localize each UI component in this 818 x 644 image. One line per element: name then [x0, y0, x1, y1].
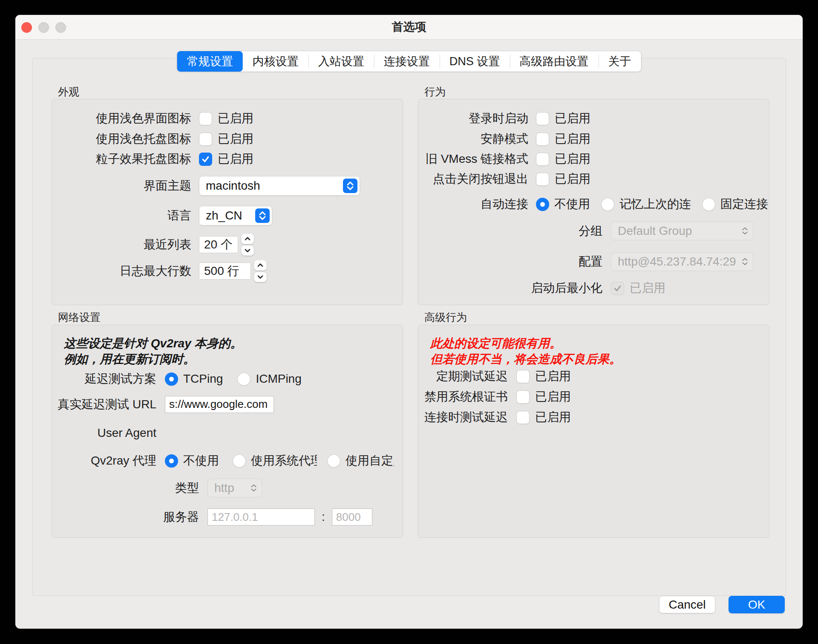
proxy-option-system[interactable]: 使用系统代理 [233, 453, 317, 468]
auto-connect-row: 自动连接 不使用 记忆上次的连 固定连接 [418, 196, 769, 212]
test-latency-on-connect-checkbox[interactable] [516, 411, 530, 424]
radio-icon[interactable] [233, 454, 246, 468]
stepper-down-icon[interactable] [254, 272, 267, 283]
log-max-lines-stepper[interactable] [254, 260, 267, 282]
cancel-button[interactable]: Cancel [659, 596, 715, 613]
tab-connection-settings[interactable]: 连接设置 [374, 51, 440, 72]
proxy-server-label: 服务器 [52, 509, 199, 525]
quiet-mode-checkbox[interactable] [536, 133, 549, 146]
proxy-port-input[interactable] [332, 508, 372, 526]
log-max-lines-label: 日志最大行数 [52, 263, 191, 279]
light-tray-icons-checkbox[interactable] [199, 133, 212, 146]
chevron-up-down-icon [742, 228, 748, 235]
qv2ray-proxy-row: Qv2ray 代理 不使用 使用系统代理 使用自定义代理 [52, 453, 394, 468]
chevron-up-down-icon [742, 258, 748, 266]
language-label: 语言 [52, 208, 191, 224]
enabled-label: 已启用 [535, 409, 571, 425]
group-select-dropdown: Default Group [611, 222, 753, 240]
ui-theme-dropdown[interactable]: macintosh [199, 176, 360, 196]
tab-kernel-settings[interactable]: 内核设置 [243, 51, 308, 72]
radio-icon[interactable] [165, 454, 178, 468]
appearance-group-label: 外观 [58, 85, 79, 99]
minimize-after-start-checkbox [611, 282, 624, 295]
chevron-up-down-icon [251, 485, 256, 492]
network-group-label: 网络设置 [58, 310, 101, 324]
advanced-group-label: 高级行为 [424, 310, 467, 324]
radio-icon[interactable] [536, 198, 549, 211]
tab-about[interactable]: 关于 [598, 51, 641, 72]
config-select-row: 配置 http@45.237.84.74:29 [418, 252, 769, 271]
light-ui-icons-checkbox[interactable] [199, 112, 212, 125]
real-latency-url-row: 真实延迟测试 URL s://www.google.com [52, 396, 403, 413]
particle-tray-icon-row: 粒子效果托盘图标 已启用 [52, 151, 403, 167]
start-at-login-checkbox[interactable] [536, 112, 549, 125]
auto-connect-label: 自动连接 [418, 196, 528, 212]
preferences-window: 首选项 常规设置 内核设置 入站设置 连接设置 DNS 设置 高级路由设置 关于… [15, 15, 803, 629]
minimize-after-start-row: 启动后最小化 已启用 [418, 280, 769, 296]
auto-connect-option-last-connected[interactable]: 记忆上次的连 [601, 196, 691, 212]
radio-icon[interactable] [165, 373, 178, 386]
disable-system-root-certs-checkbox[interactable] [516, 390, 530, 404]
language-row: 语言 zh_CN [52, 206, 403, 225]
log-max-lines-row: 日志最大行数 500 行 [52, 260, 403, 282]
group-select-value: Default Group [618, 224, 692, 238]
radio-icon[interactable] [601, 198, 614, 211]
auto-connect-option-none[interactable]: 不使用 [536, 196, 590, 212]
behavior-group: 登录时启动 已启用 安静模式 已启用 旧 VMess 链接格式 已启用 [418, 99, 769, 305]
particle-tray-icon-checkbox[interactable] [199, 153, 212, 166]
latency-option-icmping[interactable]: ICMPing [237, 372, 301, 386]
enabled-label: 已启用 [555, 131, 590, 147]
stepper-down-icon[interactable] [241, 245, 254, 256]
latency-option-tcping[interactable]: TCPing [165, 372, 223, 386]
close-window-icon[interactable] [21, 22, 32, 33]
old-vmess-format-checkbox[interactable] [536, 153, 549, 166]
enabled-label: 已启用 [555, 171, 590, 187]
latency-test-method-label: 延迟测试方案 [52, 371, 156, 387]
periodic-latency-test-checkbox[interactable] [516, 370, 530, 383]
old-vmess-format-label: 旧 VMess 链接格式 [418, 151, 528, 167]
test-latency-on-connect-row: 连接时测试延迟 已启用 [418, 410, 769, 425]
group-select-row: 分组 Default Group [418, 222, 769, 240]
group-select-label: 分组 [418, 223, 602, 239]
radio-icon[interactable] [702, 198, 715, 211]
start-at-login-label: 登录时启动 [418, 110, 528, 127]
tab-inbound-settings[interactable]: 入站设置 [308, 51, 374, 72]
quit-on-close-checkbox[interactable] [536, 173, 549, 186]
quiet-mode-label: 安静模式 [418, 131, 528, 147]
recent-list-input[interactable]: 20 个 [199, 236, 238, 253]
proxy-type-row: 类型 http [52, 479, 403, 497]
radio-icon[interactable] [237, 373, 251, 386]
recent-list-stepper[interactable] [241, 234, 254, 256]
user-agent-label: User Agent [52, 426, 156, 440]
enabled-label: 已启用 [218, 151, 253, 167]
stepper-up-icon[interactable] [254, 260, 267, 271]
auto-connect-option-fixed[interactable]: 固定连接 [702, 196, 768, 212]
window-title: 首选项 [15, 15, 803, 39]
tab-dns-settings[interactable]: DNS 设置 [440, 51, 510, 72]
advanced-warning-line1: 此处的设定可能很有用。 [430, 335, 621, 351]
proxy-option-custom[interactable]: 使用自定义代理 [327, 453, 394, 468]
disable-system-root-certs-row: 禁用系统根证书 已启用 [418, 389, 769, 404]
proxy-host-input[interactable] [207, 508, 315, 526]
ui-theme-label: 界面主题 [52, 178, 191, 194]
radio-icon[interactable] [327, 454, 340, 468]
enabled-label: 已启用 [218, 131, 253, 147]
appearance-group: 使用浅色界面图标 已启用 使用浅色托盘图标 已启用 粒子效果托盘图标 已启用 [52, 99, 403, 305]
tab-general-settings[interactable]: 常规设置 [177, 51, 243, 72]
log-max-lines-input[interactable]: 500 行 [199, 263, 251, 280]
start-at-login-row: 登录时启动 已启用 [418, 111, 769, 126]
proxy-type-label: 类型 [52, 480, 199, 496]
proxy-option-none[interactable]: 不使用 [165, 453, 219, 468]
proxy-type-value: http [214, 481, 234, 495]
proxy-type-dropdown: http [207, 479, 262, 497]
real-latency-url-input[interactable]: s://www.google.com [165, 396, 274, 413]
language-dropdown[interactable]: zh_CN [199, 206, 272, 225]
tab-advanced-routing-settings[interactable]: 高级路由设置 [510, 51, 598, 72]
ok-button[interactable]: OK [729, 596, 785, 613]
old-vmess-format-row: 旧 VMess 链接格式 已启用 [418, 151, 769, 167]
advanced-warning-line2: 但若使用不当，将会造成不良后果。 [430, 351, 621, 367]
latency-test-method-row: 延迟测试方案 TCPing ICMPing [52, 371, 403, 387]
enabled-label: 已启用 [555, 151, 590, 167]
stepper-up-icon[interactable] [241, 234, 254, 244]
screen-background: 首选项 常规设置 内核设置 入站设置 连接设置 DNS 设置 高级路由设置 关于… [0, 0, 818, 644]
